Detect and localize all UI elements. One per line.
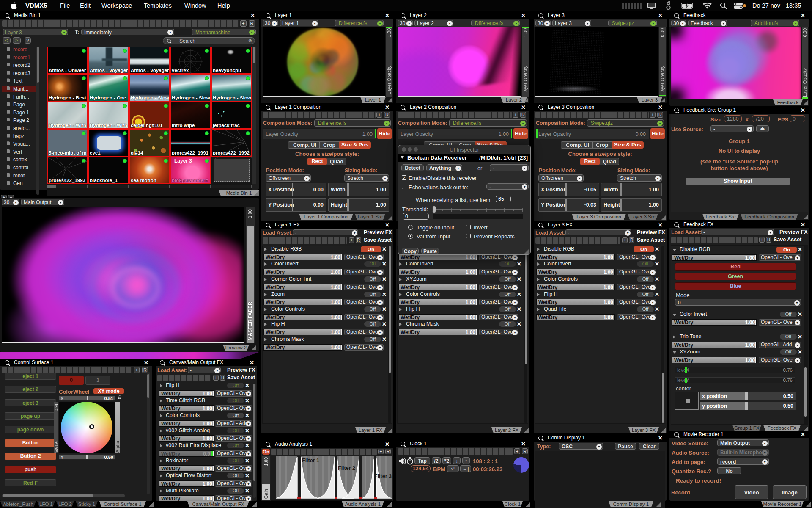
svg-text:Filter 2: Filter 2 [338, 465, 355, 471]
svg-text:Filter 1: Filter 1 [302, 458, 319, 464]
svg-text:Filter 3: Filter 3 [374, 473, 392, 479]
